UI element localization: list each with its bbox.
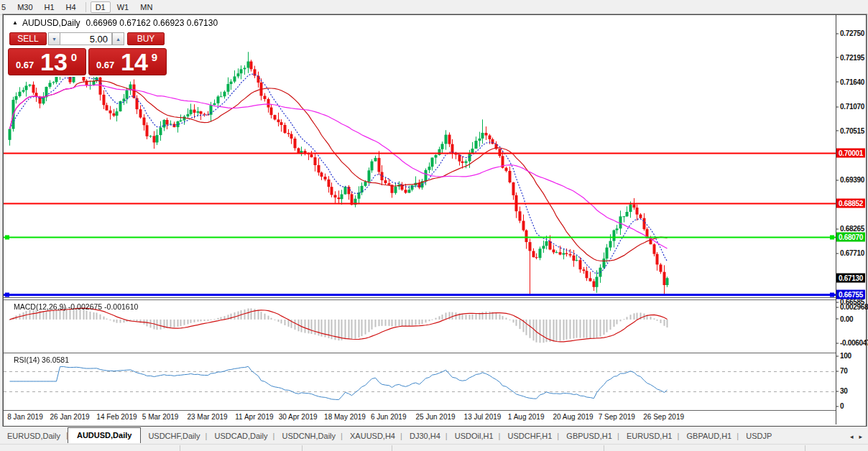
price-axis-tick: 0.69390 bbox=[840, 176, 864, 184]
price-axis-tick: 0.70515 bbox=[840, 126, 864, 134]
tab-dj30-h4[interactable]: DJ30,H4 bbox=[402, 429, 448, 443]
date-axis-label: 6 Jun 2019 bbox=[371, 413, 407, 421]
date-axis-label: 26 Sep 2019 bbox=[643, 413, 684, 421]
rsi-canvas[interactable] bbox=[4, 353, 836, 409]
date-axis[interactable]: 8 Jan 201926 Jan 201914 Feb 20195 Mar 20… bbox=[4, 410, 836, 425]
tab-gbpusd-h1[interactable]: GBPUSD,H1 bbox=[559, 429, 619, 443]
volume-input[interactable] bbox=[60, 32, 112, 45]
timeframe-button-5[interactable]: 5 bbox=[0, 1, 11, 13]
rsi-axis-tick: 0 bbox=[840, 402, 844, 410]
volume-decrease-button[interactable]: ▼ bbox=[48, 32, 60, 45]
tab-usdchf-daily[interactable]: USDCHF,Daily bbox=[141, 429, 207, 443]
symbol-tab-bar: EURUSD,DailyAUDUSD,DailyUSDCHF,DailyUSDC… bbox=[0, 427, 868, 443]
date-axis-label: 14 Feb 2019 bbox=[96, 413, 137, 421]
tab-usdoil-h1[interactable]: USDOil,H1 bbox=[448, 429, 501, 443]
date-axis-label: 7 Sep 2019 bbox=[599, 413, 635, 421]
status-bar-divider bbox=[604, 445, 604, 451]
chevron-down-icon: ▼ bbox=[52, 37, 57, 42]
macd-axis-tick: 0.002968 bbox=[840, 303, 868, 311]
tab-xauusd-h4[interactable]: XAUUSD,H4 bbox=[343, 429, 402, 443]
volume-increase-button[interactable]: ▲ bbox=[112, 32, 124, 45]
macd-label: MACD(12,26,9) -0.002675 -0.001610 bbox=[14, 302, 138, 311]
date-axis-label: 30 Apr 2019 bbox=[279, 413, 318, 421]
price-axis-tick: 0.72195 bbox=[840, 53, 864, 61]
tab-audusd-daily[interactable]: AUDUSD,Daily bbox=[68, 427, 141, 443]
sell-price-box[interactable]: 0.67 13 0 bbox=[8, 48, 86, 75]
sell-price-main: 13 bbox=[40, 49, 68, 75]
date-axis-label: 26 Jan 2019 bbox=[50, 413, 90, 421]
timeframe-toolbar: 5M30H1H4D1W1MN bbox=[0, 0, 868, 15]
chevron-up-icon: ▲ bbox=[116, 37, 121, 42]
price-axis[interactable]: 0.727500.721950.716400.710700.705150.693… bbox=[836, 15, 865, 424]
collapse-panel-icon[interactable]: ▲ bbox=[12, 19, 18, 26]
date-axis-label: 13 Jul 2019 bbox=[464, 413, 502, 421]
date-axis-label: 25 Jun 2019 bbox=[416, 413, 456, 421]
status-bar-divider bbox=[392, 445, 392, 451]
macd-axis-tick: 0.00 bbox=[840, 315, 853, 322]
date-axis-label: 20 Aug 2019 bbox=[553, 413, 593, 421]
rsi-axis-tick: 30 bbox=[840, 387, 848, 395]
date-axis-label: 8 Jan 2019 bbox=[7, 413, 43, 421]
tab-gbpaud-h1[interactable]: GBPAUD,H1 bbox=[679, 429, 739, 443]
status-bar-divider bbox=[180, 445, 180, 451]
tab-usdcnh-daily[interactable]: USDCNH,Daily bbox=[274, 429, 343, 443]
chart-window: ▲AUDUSD,Daily0.66969 0.67162 0.66923 0.6… bbox=[3, 14, 867, 427]
timeframe-button-w1[interactable]: W1 bbox=[112, 1, 134, 13]
date-axis-label: 18 May 2019 bbox=[324, 413, 366, 421]
buy-price-pip: 9 bbox=[152, 51, 157, 63]
one-click-trade-panel: SELL ▼ ▲ BUY 0.67 13 0 0.67 14 9 bbox=[5, 28, 169, 77]
price-level-badge: 0.70001 bbox=[836, 149, 865, 158]
timeframe-button-mn[interactable]: MN bbox=[135, 1, 157, 13]
date-axis-label: 5 Mar 2019 bbox=[142, 413, 179, 421]
price-level-badge: 0.68852 bbox=[836, 198, 865, 208]
tab-eurusd-daily[interactable]: EURUSD,Daily bbox=[0, 429, 68, 443]
chart-symbol-label: AUDUSD,Daily bbox=[22, 18, 80, 28]
sell-price-pip: 0 bbox=[71, 51, 77, 63]
tab-usdcad-daily[interactable]: USDCAD,Daily bbox=[208, 429, 275, 443]
main-chart-pane: ▲AUDUSD,Daily0.66969 0.67162 0.66923 0.6… bbox=[4, 15, 836, 298]
tab-scroll-buttons: ◂▸ bbox=[844, 430, 868, 443]
price-level-badge: 0.67130 bbox=[836, 274, 865, 283]
price-level-badge: 0.68070 bbox=[836, 233, 865, 242]
status-bar bbox=[0, 444, 868, 451]
date-axis-label: 23 Mar 2019 bbox=[187, 413, 227, 421]
tab-scroll-left-icon[interactable]: ◂ bbox=[850, 433, 854, 440]
price-axis-tick: 0.71640 bbox=[840, 78, 864, 85]
timeframe-button-d1[interactable]: D1 bbox=[91, 1, 111, 13]
sell-price-prefix: 0.67 bbox=[16, 60, 34, 70]
rsi-pane: RSI(14) 36.0581 bbox=[4, 353, 836, 409]
status-bar-divider bbox=[302, 445, 303, 451]
macd-axis-tick: -0.006047 bbox=[840, 339, 868, 347]
tab-usdjp[interactable]: USDJP bbox=[739, 429, 779, 443]
toolbar-separator bbox=[86, 2, 86, 12]
sell-button[interactable]: SELL bbox=[9, 32, 47, 45]
date-axis-label: 1 Aug 2019 bbox=[508, 413, 545, 421]
timeframe-button-h4[interactable]: H4 bbox=[61, 1, 81, 13]
buy-price-prefix: 0.67 bbox=[96, 60, 114, 70]
status-bar-divider bbox=[805, 445, 805, 451]
tab-eurusd-h1[interactable]: EURUSD,H1 bbox=[619, 429, 680, 443]
macd-pane: MACD(12,26,9) -0.002675 -0.001610 bbox=[4, 299, 836, 351]
date-axis-label: 11 Apr 2019 bbox=[235, 413, 273, 421]
timeframe-button-h1[interactable]: H1 bbox=[40, 1, 60, 13]
tab-usdchf-h1[interactable]: USDCHF,H1 bbox=[501, 429, 560, 443]
buy-price-box[interactable]: 0.67 14 9 bbox=[88, 48, 167, 75]
rsi-axis-tick: 100 bbox=[840, 352, 851, 360]
buy-button[interactable]: BUY bbox=[127, 32, 165, 45]
price-axis-tick: 0.72750 bbox=[840, 29, 864, 37]
price-level-badge: 0.66755 bbox=[836, 289, 865, 299]
tab-scroll-right-icon[interactable]: ▸ bbox=[859, 433, 862, 440]
rsi-label: RSI(14) 36.0581 bbox=[14, 355, 69, 364]
chart-title: ▲AUDUSD,Daily0.66969 0.67162 0.66923 0.6… bbox=[12, 18, 218, 28]
price-axis-tick: 0.71070 bbox=[840, 103, 864, 111]
rsi-axis-tick: 70 bbox=[840, 367, 848, 375]
timeframe-button-m30[interactable]: M30 bbox=[12, 1, 37, 13]
price-axis-tick: 0.67710 bbox=[840, 249, 864, 257]
buy-price-main: 14 bbox=[121, 49, 148, 75]
price-axis-tick: 0.68265 bbox=[840, 225, 864, 233]
chart-ohlc-values: 0.66969 0.67162 0.66923 0.67130 bbox=[86, 18, 218, 28]
